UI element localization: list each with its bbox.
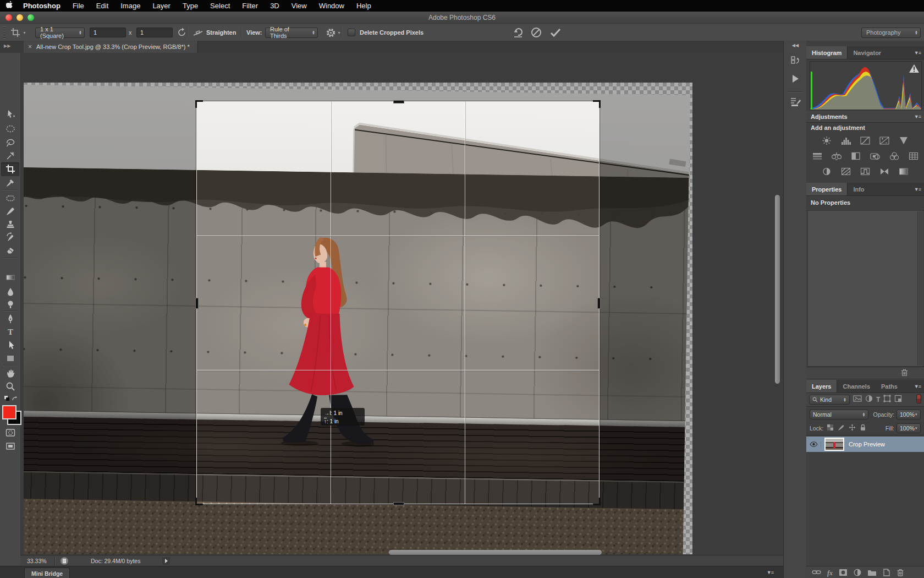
tab-channels[interactable]: Channels <box>837 380 876 392</box>
lock-all-icon[interactable] <box>860 423 866 433</box>
photo-filter-icon[interactable] <box>868 151 882 161</box>
invert-icon[interactable] <box>820 166 834 176</box>
mini-bridge-menu-icon[interactable]: ▼≡ <box>767 570 773 575</box>
path-selection-tool[interactable] <box>0 339 20 352</box>
history-brush-tool[interactable] <box>0 231 20 244</box>
mini-bridge-tab[interactable]: Mini Bridge <box>24 568 70 578</box>
pen-tool[interactable] <box>0 312 20 325</box>
link-layers-icon[interactable] <box>812 568 821 578</box>
vibrance-icon[interactable] <box>897 135 911 145</box>
gradient-tool[interactable] <box>0 271 20 284</box>
reset-crop-button[interactable] <box>512 24 525 41</box>
crop-handle-left[interactable] <box>195 298 199 309</box>
foreground-color-swatch[interactable] <box>2 405 16 419</box>
elliptical-marquee-tool[interactable] <box>0 122 20 135</box>
menu-item-select[interactable]: Select <box>204 2 236 10</box>
delete-layer-trash-icon[interactable] <box>897 568 904 578</box>
crop-handle-top[interactable] <box>393 100 404 103</box>
document-size-info[interactable]: Doc: 29.4M/0 bytes <box>91 558 140 564</box>
document-tab[interactable]: × All-new Crop Tool.jpg @ 33.3% (Crop Pr… <box>24 41 198 53</box>
filter-pixel-layers-icon[interactable] <box>853 395 862 405</box>
quick-mask-button[interactable] <box>0 426 20 439</box>
screen-mode-button[interactable] <box>0 440 20 453</box>
crop-settings-gear-icon[interactable]: ▼ <box>326 24 341 41</box>
vertical-scrollbar[interactable] <box>775 195 780 384</box>
toolbar-collapse-icon[interactable]: ▶▶ <box>4 43 10 48</box>
apple-menu-icon[interactable] <box>0 1 19 11</box>
aspect-ratio-preset-dropdown[interactable]: 1 x 1 (Square) ▲▼ <box>35 24 85 41</box>
filter-shape-layers-icon[interactable] <box>883 395 891 405</box>
menu-item-filter[interactable]: Filter <box>236 2 264 10</box>
new-group-folder-icon[interactable] <box>867 569 877 578</box>
selective-color-icon[interactable] <box>897 166 911 176</box>
rectangle-tool[interactable] <box>0 352 20 365</box>
curves-icon[interactable] <box>858 135 872 145</box>
tool-presets-panel-icon[interactable] <box>784 96 807 108</box>
straighten-button[interactable]: Straighten <box>193 24 236 41</box>
menu-item-window[interactable]: Window <box>313 2 350 10</box>
layer-filter-toggle-switch[interactable] <box>916 394 921 406</box>
menu-item-help[interactable]: Help <box>350 2 377 10</box>
filter-adjustment-layers-icon[interactable] <box>865 395 873 405</box>
status-flyout-arrow-icon[interactable] <box>162 557 170 566</box>
posterize-icon[interactable] <box>839 166 853 176</box>
lock-pixels-icon[interactable] <box>838 423 845 433</box>
commit-crop-button[interactable] <box>549 24 562 41</box>
quick-selection-tool[interactable] <box>0 149 20 162</box>
type-tool[interactable]: T <box>0 325 20 339</box>
horizontal-scrollbar[interactable] <box>389 550 602 555</box>
blend-mode-dropdown[interactable]: Normal ▲▼ <box>810 410 868 419</box>
close-document-icon[interactable]: × <box>28 43 32 51</box>
opacity-dropdown[interactable]: 100% ▼ <box>897 410 921 419</box>
move-tool[interactable] <box>0 108 20 121</box>
menu-item-photoshop[interactable]: Photoshop <box>19 2 67 10</box>
swap-dimensions-icon[interactable] <box>177 24 187 41</box>
brush-tool[interactable] <box>0 205 20 218</box>
crop-handle-bottom-right[interactable] <box>593 498 601 505</box>
panel-menu-icon[interactable]: ▼≡ <box>914 384 921 389</box>
crop-height-field[interactable]: 1 <box>136 24 173 41</box>
crop-tool[interactable] <box>0 162 20 176</box>
fill-dropdown[interactable]: 100% ▼ <box>897 423 921 433</box>
checkbox-icon[interactable] <box>348 29 355 36</box>
view-overlay-dropdown[interactable]: Rule of Thirds ▲▼ <box>265 24 318 41</box>
panel-menu-icon[interactable]: ▼≡ <box>914 187 921 192</box>
lock-transparency-icon[interactable] <box>827 423 834 433</box>
tab-paths[interactable]: Paths <box>876 380 903 392</box>
hand-tool[interactable] <box>0 367 20 380</box>
color-lookup-icon[interactable] <box>906 151 921 161</box>
healing-brush-tool[interactable] <box>0 192 20 205</box>
layer-filter-kind-dropdown[interactable]: Kind ▲▼ <box>809 395 850 405</box>
layer-name[interactable]: Crop Preview <box>849 441 885 448</box>
new-layer-icon[interactable] <box>883 569 890 578</box>
adjustments-panel-header[interactable]: Adjustments ▼≡ <box>806 111 924 123</box>
crop-handle-top-right[interactable] <box>593 100 601 108</box>
clone-stamp-tool[interactable] <box>0 218 20 231</box>
add-layer-mask-icon[interactable] <box>839 569 848 578</box>
zoom-tool[interactable] <box>0 380 20 393</box>
layer-styles-fx-icon[interactable]: fx <box>827 569 833 577</box>
delete-adjustment-trash-icon[interactable] <box>900 368 909 379</box>
menu-item-type[interactable]: Type <box>177 2 204 10</box>
properties-scrollbar[interactable] <box>917 211 923 366</box>
menu-item-view[interactable]: View <box>285 2 313 10</box>
expand-panels-icon[interactable]: ◀◀ <box>784 43 807 48</box>
crop-handle-right[interactable] <box>597 298 601 309</box>
gradient-map-icon[interactable] <box>877 166 892 176</box>
tab-properties[interactable]: Properties <box>806 183 848 195</box>
filter-type-layers-icon[interactable]: T <box>876 396 880 403</box>
filter-smart-objects-icon[interactable] <box>894 395 902 405</box>
crop-box[interactable] <box>196 101 600 504</box>
layer-visibility-eye-icon[interactable] <box>806 441 821 447</box>
history-panel-icon[interactable] <box>784 55 807 67</box>
crop-handle-top-left[interactable] <box>195 100 203 108</box>
tab-histogram[interactable]: Histogram <box>806 46 848 59</box>
menu-item-edit[interactable]: Edit <box>90 2 114 10</box>
black-white-icon[interactable] <box>849 151 863 161</box>
threshold-icon[interactable] <box>858 166 872 176</box>
lock-position-icon[interactable] <box>849 423 856 433</box>
layer-row-crop-preview[interactable]: Crop Preview <box>806 437 924 452</box>
eraser-tool[interactable] <box>0 243 20 257</box>
swap-colors-icon[interactable] <box>0 394 20 403</box>
tab-info[interactable]: Info <box>848 183 870 195</box>
